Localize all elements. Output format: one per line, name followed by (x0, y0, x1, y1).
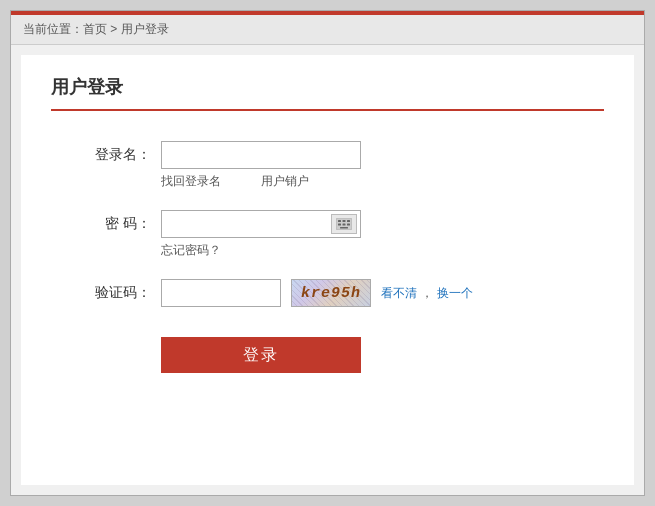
username-row: 登录名： 找回登录名 用户销户 (91, 141, 604, 190)
password-field-line: 密 码： (91, 210, 604, 238)
svg-rect-4 (338, 224, 341, 226)
svg-rect-7 (340, 227, 348, 229)
main-content-area: 用户登录 登录名： 找回登录名 用户销户 密 码： (21, 55, 634, 485)
main-window: 当前位置：首页 > 用户登录 用户登录 登录名： 找回登录名 用户销户 密 码： (10, 10, 645, 496)
captcha-links: 看不清 ， 换一个 (381, 285, 473, 302)
login-form: 登录名： 找回登录名 用户销户 密 码： (51, 141, 604, 373)
breadcrumb: 当前位置：首页 > 用户登录 (11, 15, 644, 45)
captcha-text: kre95h (301, 285, 361, 302)
captcha-field-line: 验证码： kre95h 看不清 ， 换一个 (91, 279, 604, 307)
svg-rect-1 (338, 220, 341, 222)
login-button-row: 登录 (161, 337, 604, 373)
username-input[interactable] (161, 141, 361, 169)
username-label: 登录名： (91, 146, 151, 164)
svg-rect-2 (343, 220, 346, 222)
cant-see-link[interactable]: 看不清 (381, 285, 417, 302)
username-sub-links: 找回登录名 用户销户 (161, 173, 604, 190)
captcha-label: 验证码： (91, 284, 151, 302)
captcha-row: 验证码： kre95h 看不清 ， 换一个 (91, 279, 604, 307)
captcha-image[interactable]: kre95h (291, 279, 371, 307)
recover-username-link[interactable]: 找回登录名 (161, 173, 221, 190)
change-captcha-link[interactable]: 换一个 (437, 285, 473, 302)
svg-rect-3 (347, 220, 350, 222)
svg-rect-5 (343, 224, 346, 226)
forgot-password-row: 忘记密码？ (161, 242, 604, 259)
password-row: 密 码： (91, 210, 604, 259)
soft-keyboard-icon[interactable] (331, 214, 357, 234)
captcha-input[interactable] (161, 279, 281, 307)
password-label: 密 码： (91, 215, 151, 233)
forgot-password-link[interactable]: 忘记密码？ (161, 243, 221, 257)
svg-rect-6 (347, 224, 350, 226)
password-wrapper (161, 210, 361, 238)
login-button[interactable]: 登录 (161, 337, 361, 373)
cancel-account-link[interactable]: 用户销户 (261, 173, 309, 190)
username-field-line: 登录名： (91, 141, 604, 169)
page-title: 用户登录 (51, 75, 604, 111)
